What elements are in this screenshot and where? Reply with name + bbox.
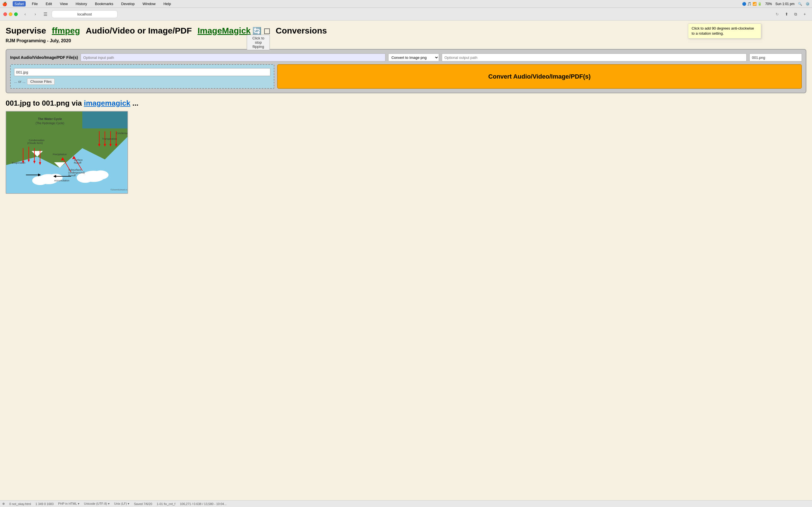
heading-imagemagick-link[interactable]: ImageMagick [198, 25, 251, 36]
sidebar-toggle-button[interactable]: ☰ [42, 10, 49, 18]
status-encoding[interactable]: Unicode (UTF-8) ▾ [84, 502, 110, 502]
address-bar[interactable] [52, 10, 117, 18]
result-image-container: The Water Cycle (The Hydrologic Cycle) E… [6, 111, 128, 194]
result-heading-text: 001.jpg to 001.png via [6, 99, 82, 107]
svg-text:Subsurface: Subsurface [68, 168, 81, 171]
status-stats: 106,271 / 0.638 / 13,580 - 10:04... [180, 502, 227, 503]
new-tab-button[interactable]: ⧉ [792, 10, 800, 18]
menu-item-window[interactable]: Window [141, 1, 157, 6]
close-window-button[interactable] [3, 12, 7, 16]
status-position: 1 349 0 1683 [36, 502, 54, 503]
conversion-type-select[interactable]: Convert to Image pngConvert to Image jpg… [388, 54, 439, 61]
tooltip-box: Click to add 90 degrees anti-clockwise t… [688, 23, 761, 39]
svg-text:Evaporation: Evaporation [12, 161, 26, 164]
back-button[interactable]: ‹ [21, 10, 29, 18]
svg-text:Accumulation: Accumulation [54, 179, 69, 182]
forward-button[interactable]: › [31, 10, 39, 18]
add-tab-button[interactable]: + [801, 10, 809, 18]
browser-actions: ⬆ ⧉ + [783, 10, 809, 18]
choose-files-button[interactable]: Choose Files [27, 78, 55, 85]
status-line-ending[interactable]: Unix (LF) ▾ [114, 502, 130, 502]
stop-flipping-wrapper: Click to stop flipping [247, 34, 270, 50]
main-heading: Supervise ffmpeg Audio/Video or Image/PD… [6, 25, 806, 36]
control-center-icon[interactable]: ⚙️ [806, 2, 810, 6]
browser-chrome: ‹ › ☰ ↻ ⬆ ⧉ + [0, 8, 812, 20]
convert-button[interactable]: Convert Audio/Video/Image/PDF(s) [277, 64, 802, 89]
status-file: 0 not_okay.html [9, 502, 31, 503]
menu-item-file[interactable]: File [30, 1, 40, 6]
output-path-field[interactable] [442, 54, 747, 61]
menu-item-help[interactable]: Help [162, 1, 173, 6]
svg-rect-4 [82, 112, 128, 128]
svg-text:Runoff: Runoff [74, 161, 82, 164]
menu-item-history[interactable]: History [74, 1, 89, 6]
status-saved: Saved 7/6/20 [134, 502, 152, 503]
tooltip-text: Click to add 90 degrees anti-clockwise t… [692, 26, 754, 36]
heading-conversions: Conversions [276, 25, 327, 36]
stop-flipping-button[interactable]: Click to stop flipping [247, 35, 270, 50]
svg-text:Surface: Surface [74, 159, 83, 161]
subtitle: RJM Programming - July, 2020 [6, 38, 806, 43]
svg-text:(Clouds form): (Clouds form) [28, 142, 43, 145]
menu-bar: 🍎 Safari File Edit View History Bookmark… [0, 0, 812, 8]
svg-point-7 [93, 170, 109, 179]
status-bar: ⊕ 0 not_okay.html 1 349 0 1683 PHP in HT… [0, 500, 812, 502]
input-path-field[interactable] [81, 54, 386, 61]
reload-button[interactable]: ↻ [776, 12, 779, 16]
file-drop-zone[interactable]: ... or ... Choose Files [10, 64, 274, 89]
maximize-window-button[interactable] [14, 12, 18, 16]
menu-item-develop[interactable]: Develop [119, 1, 137, 6]
svg-text:Precipitation: Precipitation [53, 153, 67, 156]
svg-text:The Water Cycle: The Water Cycle [38, 117, 62, 121]
status-branch: 1-01 fix_cnt_f [157, 502, 175, 503]
svg-text:(Underground): (Underground) [68, 171, 85, 174]
menu-item-safari[interactable]: Safari [13, 1, 26, 6]
status-language[interactable]: PHP in HTML ▾ [58, 502, 80, 502]
search-icon[interactable]: 🔍 [798, 2, 802, 6]
address-bar-wrap: ↻ [52, 10, 780, 18]
file-ellipsis: ... or ... [14, 79, 26, 83]
svg-text:Runoff: Runoff [68, 174, 76, 177]
traffic-lights [3, 12, 18, 16]
apple-logo-icon[interactable]: 🍎 [2, 2, 7, 6]
battery-level: 70% [765, 2, 772, 6]
menu-item-bookmarks[interactable]: Bookmarks [93, 1, 115, 6]
svg-text:©ZoomSchool.com: ©ZoomSchool.com [110, 188, 128, 191]
browser-toolbar: ‹ › ☰ ↻ ⬆ ⧉ + [0, 10, 812, 20]
file-input-row: ... or ... Choose Files [14, 78, 270, 85]
svg-point-6 [77, 173, 94, 183]
svg-point-9 [32, 176, 48, 185]
result-heading-suffix: ... [132, 99, 139, 107]
menu-bar-right: 🔵 🎵 📶 🔋 70% Sun 1:01 pm 🔍 ⚙️ [742, 2, 810, 6]
svg-text:Condensation: Condensation [116, 132, 128, 135]
svg-text:Transpiration: Transpiration [102, 137, 117, 140]
heading-controls: 🔄 Click to stop flipping [252, 25, 270, 36]
page-content: Click to add 90 degrees anti-clockwise t… [0, 20, 812, 502]
clock: Sun 1:01 pm [775, 2, 795, 6]
file-input-text[interactable] [14, 68, 270, 76]
heading-supervise: Supervise [6, 25, 46, 36]
minimize-window-button[interactable] [9, 12, 12, 16]
output-filename-field[interactable] [749, 54, 802, 61]
svg-text:Condensation: Condensation [29, 139, 45, 142]
menu-item-view[interactable]: View [58, 1, 69, 6]
result-section: 001.jpg to 001.png via imagemagick ... [6, 99, 806, 195]
menu-item-edit[interactable]: Edit [44, 1, 54, 6]
heading-audio-video: Audio/Video or Image/PDF [86, 25, 192, 36]
svg-text:(The Hydrologic Cycle): (The Hydrologic Cycle) [36, 122, 64, 125]
panel-bottom-row: ... or ... Choose Files Convert Audio/Vi… [10, 64, 802, 89]
input-label: Input Audio/Video/Image/PDF File(s) [10, 55, 78, 60]
menu-bar-icons: 🔵 🎵 📶 🔋 [742, 2, 762, 6]
heading-ffmpeg-link[interactable]: ffmpeg [52, 25, 80, 36]
water-cycle-image: The Water Cycle (The Hydrologic Cycle) E… [6, 112, 128, 193]
share-button[interactable]: ⬆ [783, 10, 791, 18]
panel-top-row: Input Audio/Video/Image/PDF File(s) Conv… [10, 54, 802, 61]
conversion-panel: Input Audio/Video/Image/PDF File(s) Conv… [6, 49, 806, 93]
status-add-icon[interactable]: ⊕ [2, 502, 5, 502]
result-heading: 001.jpg to 001.png via imagemagick ... [6, 99, 806, 108]
result-imagemagick-link[interactable]: imagemagick [84, 99, 130, 107]
